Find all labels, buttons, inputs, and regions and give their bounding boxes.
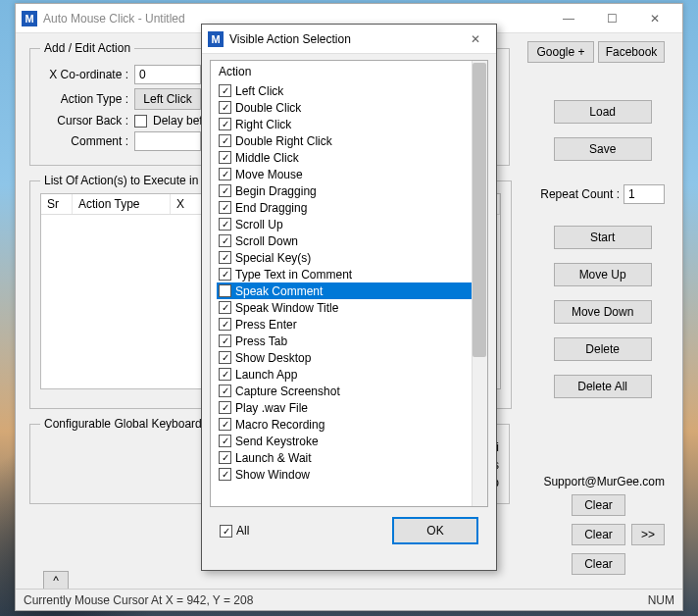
action-item[interactable]: ✓Launch App: [217, 366, 483, 383]
action-item[interactable]: ✓Speak Comment: [217, 282, 483, 299]
delete-all-button[interactable]: Delete All: [554, 375, 652, 398]
save-button[interactable]: Save: [554, 137, 652, 161]
action-item[interactable]: ✓Speak Window Title: [217, 299, 483, 316]
repeat-count-input[interactable]: [623, 184, 665, 204]
action-checkbox[interactable]: ✓: [219, 301, 231, 314]
action-item[interactable]: ✓Type Text in Comment: [217, 266, 483, 282]
col-action-type[interactable]: Action Type: [73, 194, 171, 214]
status-bar: Currently Mouse Cursor At X = 942, Y = 2…: [16, 589, 682, 610]
clear-button-1[interactable]: Clear: [572, 494, 625, 516]
action-checkbox[interactable]: ✓: [219, 101, 231, 114]
start-button[interactable]: Start: [554, 226, 652, 249]
collapse-button[interactable]: ^: [43, 571, 69, 590]
action-checkbox[interactable]: ✓: [219, 201, 231, 214]
numlock-indicator: NUM: [648, 593, 674, 607]
action-checkbox[interactable]: ✓: [219, 351, 231, 364]
action-checkbox[interactable]: ✓: [219, 385, 231, 397]
maximize-button[interactable]: ☐: [590, 5, 633, 32]
action-item[interactable]: ✓Scroll Down: [217, 232, 483, 249]
action-item[interactable]: ✓Begin Dragging: [217, 182, 483, 199]
action-checkbox[interactable]: ✓: [219, 318, 231, 331]
action-item[interactable]: ✓Show Desktop: [217, 349, 483, 366]
action-item[interactable]: ✓Press Enter: [217, 316, 483, 333]
action-item[interactable]: ✓Capture Screenshot: [217, 383, 483, 399]
minimize-button[interactable]: —: [547, 5, 590, 32]
all-checkbox[interactable]: ✓: [220, 525, 232, 538]
action-item[interactable]: ✓Middle Click: [217, 149, 483, 166]
dialog-title: Visible Action Selection: [229, 32, 461, 46]
action-checkbox[interactable]: ✓: [219, 368, 231, 381]
action-label: Scroll Up: [235, 218, 283, 231]
action-checkbox[interactable]: ✓: [219, 284, 231, 297]
x-coord-input[interactable]: [134, 65, 201, 84]
action-checkbox[interactable]: ✓: [219, 435, 231, 447]
action-checklist[interactable]: Action ✓Left Click✓Double Click✓Right Cl…: [210, 60, 488, 507]
move-up-button[interactable]: Move Up: [554, 263, 652, 286]
support-link[interactable]: Support@MurGee.com: [543, 475, 665, 488]
action-label: Launch App: [235, 368, 297, 382]
action-item[interactable]: ✓Send Keystroke: [217, 433, 483, 449]
action-label: Play .wav File: [235, 401, 308, 415]
action-checkbox[interactable]: ✓: [219, 418, 231, 431]
action-checkbox[interactable]: ✓: [219, 184, 231, 197]
action-type-dropdown[interactable]: Left Click: [134, 88, 201, 110]
dialog-close-button[interactable]: ✕: [461, 26, 490, 53]
action-item[interactable]: ✓Show Window: [217, 466, 483, 483]
action-checkbox[interactable]: ✓: [219, 401, 231, 414]
ok-button[interactable]: OK: [392, 517, 478, 544]
action-label: Begin Dragging: [235, 184, 317, 198]
clear-button-3[interactable]: Clear: [572, 553, 625, 575]
action-checkbox[interactable]: ✓: [219, 118, 231, 130]
action-checkbox[interactable]: ✓: [219, 151, 231, 164]
action-label: Send Keystroke: [235, 435, 319, 448]
action-label: Macro Recording: [235, 418, 324, 432]
action-label: End Dragging: [235, 201, 307, 215]
action-checkbox[interactable]: ✓: [219, 218, 231, 231]
action-label: Show Window: [235, 468, 310, 482]
action-checkbox[interactable]: ✓: [219, 334, 231, 347]
action-item[interactable]: ✓Macro Recording: [217, 416, 483, 433]
x-coord-label: X Co-ordinate :: [40, 68, 128, 81]
col-sr[interactable]: Sr: [41, 194, 73, 214]
cursor-back-checkbox[interactable]: [134, 115, 147, 128]
action-checkbox[interactable]: ✓: [219, 268, 231, 281]
scrollbar-thumb[interactable]: [473, 63, 486, 357]
delete-button[interactable]: Delete: [554, 337, 652, 361]
action-checkbox[interactable]: ✓: [219, 134, 231, 147]
comment-input[interactable]: [134, 131, 201, 151]
action-checkbox[interactable]: ✓: [219, 468, 231, 481]
action-item[interactable]: ✓Double Right Click: [217, 132, 483, 149]
load-button[interactable]: Load: [554, 100, 652, 124]
action-label: Type Text in Comment: [235, 268, 352, 282]
action-item[interactable]: ✓Press Tab: [217, 333, 483, 349]
action-item[interactable]: ✓Special Key(s): [217, 249, 483, 266]
action-item[interactable]: ✓Double Click: [217, 99, 483, 116]
facebook-button[interactable]: Facebook: [598, 41, 665, 63]
action-label: Speak Comment: [235, 284, 323, 298]
cursor-back-label: Cursor Back :: [40, 114, 128, 128]
action-label: Press Tab: [235, 334, 287, 348]
action-label: Special Key(s): [235, 251, 311, 265]
action-item[interactable]: ✓Play .wav File: [217, 399, 483, 416]
action-checkbox[interactable]: ✓: [219, 234, 231, 247]
move-down-button[interactable]: Move Down: [554, 300, 652, 324]
action-item[interactable]: ✓Left Click: [217, 82, 483, 99]
action-checkbox[interactable]: ✓: [219, 451, 231, 464]
close-button[interactable]: ✕: [633, 5, 676, 32]
app-icon: M: [22, 11, 37, 26]
more-button[interactable]: >>: [631, 524, 665, 545]
action-item[interactable]: ✓Move Mouse: [217, 166, 483, 182]
clear-button-2[interactable]: Clear: [572, 524, 625, 545]
action-item[interactable]: ✓Right Click: [217, 116, 483, 132]
action-checkbox[interactable]: ✓: [219, 168, 231, 180]
visible-action-selection-dialog: M Visible Action Selection ✕ Action ✓Lef…: [201, 24, 497, 571]
google-plus-button[interactable]: Google +: [527, 41, 594, 63]
action-label: Capture Screenshot: [235, 385, 340, 398]
action-checkbox[interactable]: ✓: [219, 251, 231, 264]
action-item[interactable]: ✓Scroll Up: [217, 216, 483, 232]
dialog-icon: M: [208, 31, 224, 47]
action-item[interactable]: ✓Launch & Wait: [217, 449, 483, 466]
action-checkbox[interactable]: ✓: [219, 84, 231, 97]
scrollbar[interactable]: [472, 61, 487, 506]
action-item[interactable]: ✓End Dragging: [217, 199, 483, 216]
